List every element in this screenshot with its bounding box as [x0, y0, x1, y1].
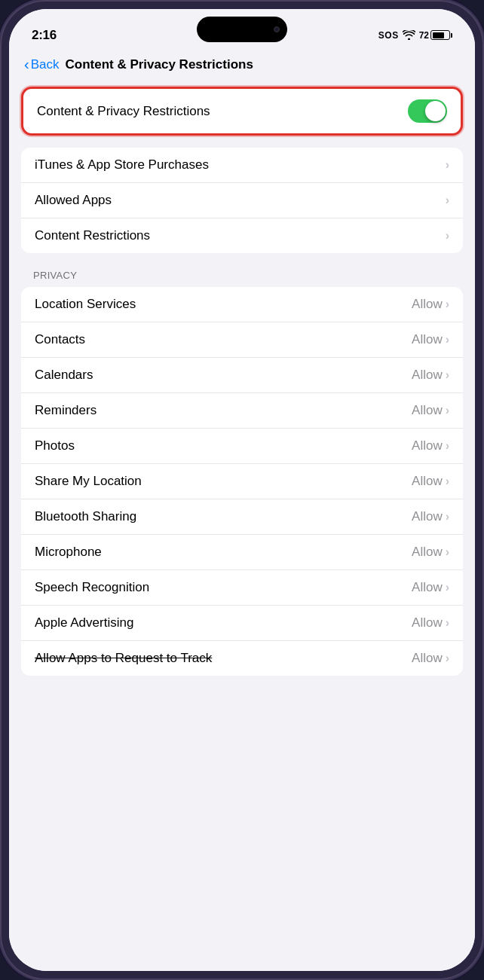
- status-icons: SOS 72: [378, 30, 452, 41]
- apple-advertising-value: Allow: [412, 615, 443, 630]
- chevron-right-icon: ›: [446, 439, 449, 453]
- list-item-allowed-apps[interactable]: Allowed Apps ›: [21, 183, 463, 218]
- calendars-label: Calendars: [35, 368, 93, 383]
- toggle-label: Content & Privacy Restrictions: [37, 104, 210, 119]
- allowed-apps-right: ›: [446, 194, 449, 207]
- allow-apps-track-right: Allow ›: [412, 651, 449, 666]
- itunes-right: ›: [446, 158, 449, 172]
- apple-advertising-label: Apple Advertising: [35, 615, 133, 630]
- contacts-right: Allow ›: [412, 332, 449, 347]
- reminders-right: Allow ›: [412, 403, 449, 418]
- content-restrictions-right: ›: [446, 229, 449, 243]
- list-item-photos[interactable]: Photos Allow ›: [21, 429, 463, 464]
- share-my-location-label: Share My Location: [35, 474, 142, 489]
- page-title: Content & Privacy Restrictions: [65, 57, 253, 72]
- bluetooth-sharing-value: Allow: [412, 509, 443, 524]
- photos-value: Allow: [412, 438, 443, 453]
- privacy-list: Location Services Allow › Contacts Allow…: [21, 287, 463, 676]
- list-item-allow-apps-track[interactable]: Allow Apps to Request to Track Allow ›: [21, 641, 463, 676]
- chevron-right-icon: ›: [446, 475, 449, 488]
- location-services-label: Location Services: [35, 297, 136, 312]
- chevron-right-icon: ›: [446, 298, 449, 311]
- list-item-apple-advertising[interactable]: Apple Advertising Allow ›: [21, 606, 463, 641]
- chevron-right-icon: ›: [446, 510, 449, 524]
- chevron-right-icon: ›: [446, 616, 449, 630]
- bluetooth-sharing-label: Bluetooth Sharing: [35, 509, 136, 524]
- primary-list: iTunes & App Store Purchases › Allowed A…: [21, 148, 463, 253]
- itunes-label: iTunes & App Store Purchases: [35, 157, 209, 172]
- contacts-value: Allow: [412, 332, 443, 347]
- allowed-apps-label: Allowed Apps: [35, 193, 112, 208]
- reminders-label: Reminders: [35, 403, 96, 418]
- microphone-label: Microphone: [35, 545, 102, 560]
- list-item-speech-recognition[interactable]: Speech Recognition Allow ›: [21, 570, 463, 606]
- list-item-contacts[interactable]: Contacts Allow ›: [21, 322, 463, 358]
- calendars-value: Allow: [412, 368, 443, 383]
- toggle-section: Content & Privacy Restrictions: [21, 87, 463, 136]
- list-item-itunes[interactable]: iTunes & App Store Purchases ›: [21, 148, 463, 183]
- calendars-right: Allow ›: [412, 368, 449, 383]
- bluetooth-sharing-right: Allow ›: [412, 509, 449, 524]
- share-my-location-value: Allow: [412, 474, 443, 489]
- list-item-bluetooth-sharing[interactable]: Bluetooth Sharing Allow ›: [21, 499, 463, 535]
- contacts-label: Contacts: [35, 332, 85, 347]
- speech-recognition-value: Allow: [412, 580, 443, 595]
- toggle-knob: [425, 101, 446, 121]
- reminders-value: Allow: [412, 403, 443, 418]
- back-label: Back: [31, 57, 60, 72]
- back-button[interactable]: ‹ Back: [24, 56, 59, 73]
- dynamic-island: [197, 17, 287, 42]
- list-item-content-restrictions[interactable]: Content Restrictions ›: [21, 218, 463, 253]
- speech-recognition-label: Speech Recognition: [35, 580, 149, 595]
- list-item-reminders[interactable]: Reminders Allow ›: [21, 393, 463, 429]
- apple-advertising-right: Allow ›: [412, 615, 449, 630]
- content-privacy-toggle[interactable]: [408, 99, 447, 123]
- content-area: Content & Privacy Restrictions iTunes & …: [9, 78, 475, 971]
- nav-bar: ‹ Back Content & Privacy Restrictions: [9, 50, 475, 78]
- content-restrictions-label: Content Restrictions: [35, 228, 150, 243]
- battery-level: 72: [419, 30, 429, 41]
- chevron-right-icon: ›: [446, 229, 449, 243]
- wifi-icon: [403, 30, 415, 40]
- sos-label: SOS: [378, 30, 399, 41]
- phone-frame: 2:16 SOS 72: [0, 0, 484, 980]
- chevron-right-icon: ›: [446, 368, 449, 382]
- photos-label: Photos: [35, 438, 75, 453]
- chevron-right-icon: ›: [446, 158, 449, 172]
- location-services-right: Allow ›: [412, 297, 449, 312]
- chevron-right-icon: ›: [446, 581, 449, 594]
- chevron-right-icon: ›: [446, 194, 449, 207]
- chevron-right-icon: ›: [446, 652, 449, 665]
- location-services-value: Allow: [412, 297, 443, 312]
- list-item-share-my-location[interactable]: Share My Location Allow ›: [21, 464, 463, 499]
- status-bar: 2:16 SOS 72: [9, 9, 475, 50]
- list-item-location-services[interactable]: Location Services Allow ›: [21, 287, 463, 322]
- chevron-right-icon: ›: [446, 404, 449, 417]
- phone-screen: 2:16 SOS 72: [9, 9, 475, 971]
- microphone-value: Allow: [412, 545, 443, 560]
- status-time: 2:16: [32, 28, 57, 43]
- chevron-right-icon: ›: [446, 545, 449, 559]
- camera-dot: [274, 26, 280, 32]
- speech-recognition-right: Allow ›: [412, 580, 449, 595]
- chevron-right-icon: ›: [446, 333, 449, 347]
- back-chevron-icon: ‹: [24, 56, 29, 73]
- allow-apps-track-value: Allow: [412, 651, 443, 666]
- photos-right: Allow ›: [412, 438, 449, 453]
- privacy-section-header: PRIVACY: [21, 265, 463, 287]
- list-item-calendars[interactable]: Calendars Allow ›: [21, 358, 463, 393]
- list-item-microphone[interactable]: Microphone Allow ›: [21, 535, 463, 570]
- allow-apps-track-label: Allow Apps to Request to Track: [35, 651, 212, 666]
- battery-icon: 72: [419, 30, 452, 41]
- microphone-right: Allow ›: [412, 545, 449, 560]
- share-my-location-right: Allow ›: [412, 474, 449, 489]
